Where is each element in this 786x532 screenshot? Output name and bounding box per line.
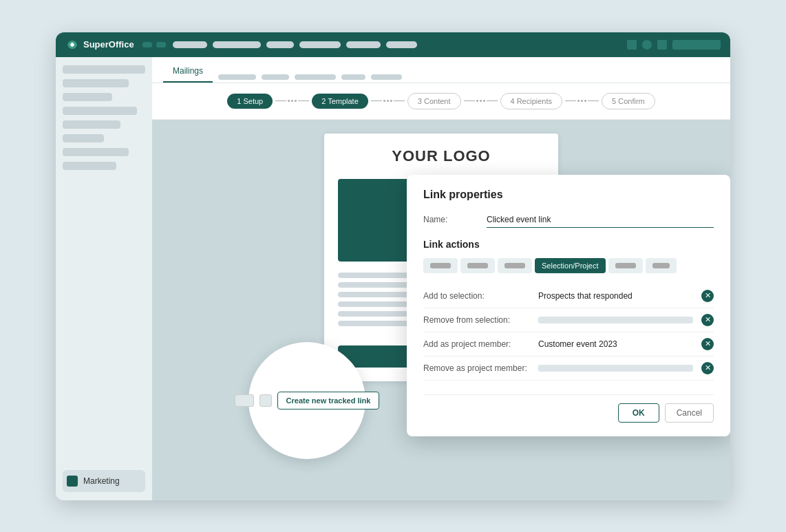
marketing-label: Marketing <box>83 476 120 486</box>
title-dot-2 <box>156 42 166 47</box>
window-control-2[interactable] <box>642 40 652 50</box>
main-layout: Marketing Mailings 1 Setup <box>56 57 730 500</box>
nav-pill-4 <box>299 41 341 48</box>
step-recipients-label: 4 Recipients <box>511 97 553 105</box>
connector-3 <box>464 100 498 102</box>
content-area: Mailings 1 Setup <box>152 57 730 500</box>
marketing-icon <box>67 476 78 487</box>
step-content-label: 3 Content <box>418 97 451 105</box>
zoom-circle: Create new tracked link <box>248 342 365 459</box>
connector-1 <box>275 100 309 102</box>
title-dot-1 <box>142 42 152 47</box>
template-content: YOUR LOGO <box>152 120 730 500</box>
tab-mailings[interactable]: Mailings <box>163 61 213 83</box>
connector-4 <box>565 100 599 102</box>
name-input[interactable] <box>487 212 714 228</box>
step-content[interactable]: 3 Content <box>407 93 461 109</box>
app-title: SuperOffice <box>83 39 134 50</box>
sidebar-item-2[interactable] <box>63 79 129 87</box>
step-setup-label: 1 Setup <box>237 97 263 105</box>
dialog-footer: OK Cancel <box>423 394 714 423</box>
email-logo-text: YOUR LOGO <box>338 147 544 165</box>
action-tab-6[interactable] <box>646 258 677 273</box>
title-bar: SuperOffice <box>56 32 730 57</box>
action-tab-2[interactable] <box>460 258 495 273</box>
remove-selection-label: Remove from selection: <box>423 315 530 325</box>
add-project-member-row: Add as project member: Customer event 20… <box>423 332 714 357</box>
sidebar-item-3[interactable] <box>63 93 112 101</box>
add-selection-remove-icon[interactable]: ✕ <box>701 290 714 302</box>
remove-project-icon[interactable]: ✕ <box>701 362 714 374</box>
title-bar-dots <box>142 42 166 47</box>
add-to-selection-row: Add to selection: Prospects that respond… <box>423 284 714 308</box>
ok-button[interactable]: OK <box>618 403 659 423</box>
name-label: Name: <box>423 215 478 224</box>
sidebar-item-4[interactable] <box>63 107 137 115</box>
tab-bar: Mailings <box>152 57 730 83</box>
action-tab-5[interactable] <box>608 258 643 273</box>
step-confirm[interactable]: 5 Confirm <box>602 93 655 109</box>
app-window: SuperOffice <box>56 32 730 500</box>
zoom-box-2 <box>259 394 272 407</box>
create-tracked-link-button[interactable]: Create new tracked link <box>277 392 380 409</box>
sidebar-item-5[interactable] <box>63 120 120 129</box>
add-project-label: Add as project member: <box>423 339 530 349</box>
sidebar-marketing[interactable]: Marketing <box>63 470 145 492</box>
add-selection-value: Prospects that responded <box>538 291 693 301</box>
zoom-content: Create new tracked link <box>235 392 380 409</box>
tab-placeholder-3 <box>295 74 336 80</box>
action-tab-selection-project[interactable]: Selection/Project <box>535 258 606 273</box>
wizard-area: 1 Setup 2 Template <box>152 83 730 120</box>
remove-project-member-row: Remove as project member: ✕ <box>423 357 714 381</box>
name-field-row: Name: <box>423 212 714 228</box>
link-action-tabs: Selection/Project <box>423 258 714 273</box>
tab-placeholder-4 <box>341 74 365 80</box>
nav-pill-1 <box>173 41 207 48</box>
app-logo: SuperOffice <box>65 38 134 52</box>
sidebar-item-6[interactable] <box>63 134 104 142</box>
connector-2 <box>371 100 405 102</box>
remove-selection-icon[interactable]: ✕ <box>701 314 714 326</box>
link-properties-dialog: Link properties Name: Link actions <box>407 175 730 436</box>
remove-project-value <box>538 365 693 372</box>
dialog-title: Link properties <box>423 189 714 201</box>
window-control-user[interactable] <box>672 40 721 50</box>
remove-from-selection-row: Remove from selection: ✕ <box>423 308 714 332</box>
step-setup[interactable]: 1 Setup <box>227 94 273 109</box>
sidebar-item-1[interactable] <box>63 65 145 74</box>
zoom-box-1 <box>235 394 254 407</box>
step-template[interactable]: 2 Template <box>312 94 368 109</box>
step-recipients[interactable]: 4 Recipients <box>500 93 563 109</box>
cancel-button[interactable]: Cancel <box>665 403 714 423</box>
step-template-label: 2 Template <box>321 97 359 105</box>
window-control-1[interactable] <box>627 40 637 50</box>
tab-placeholder-1 <box>218 74 256 80</box>
tab-placeholder-5 <box>371 74 402 80</box>
tab-placeholder-2 <box>262 74 289 80</box>
add-project-remove-icon[interactable]: ✕ <box>701 338 714 350</box>
title-bar-controls <box>627 40 721 50</box>
nav-pill-2 <box>213 41 261 48</box>
nav-pill-6 <box>386 41 417 48</box>
nav-pill-3 <box>266 41 294 48</box>
top-bar-nav <box>166 41 627 48</box>
window-control-3[interactable] <box>657 40 667 50</box>
add-selection-label: Add to selection: <box>423 291 530 301</box>
email-logo-area: YOUR LOGO <box>324 134 558 179</box>
sidebar-item-7[interactable] <box>63 148 129 156</box>
sidebar: Marketing <box>56 57 152 500</box>
step-confirm-label: 5 Confirm <box>612 97 645 105</box>
sidebar-item-8[interactable] <box>63 162 116 170</box>
wizard-steps: 1 Setup 2 Template <box>227 93 655 109</box>
remove-project-label: Remove as project member: <box>423 363 530 373</box>
link-actions-title: Link actions <box>423 239 714 250</box>
nav-pill-5 <box>346 41 381 48</box>
remove-selection-value <box>538 317 693 323</box>
add-project-value: Customer event 2023 <box>538 339 693 349</box>
action-tab-1[interactable] <box>423 258 458 273</box>
action-tab-3[interactable] <box>498 258 532 273</box>
